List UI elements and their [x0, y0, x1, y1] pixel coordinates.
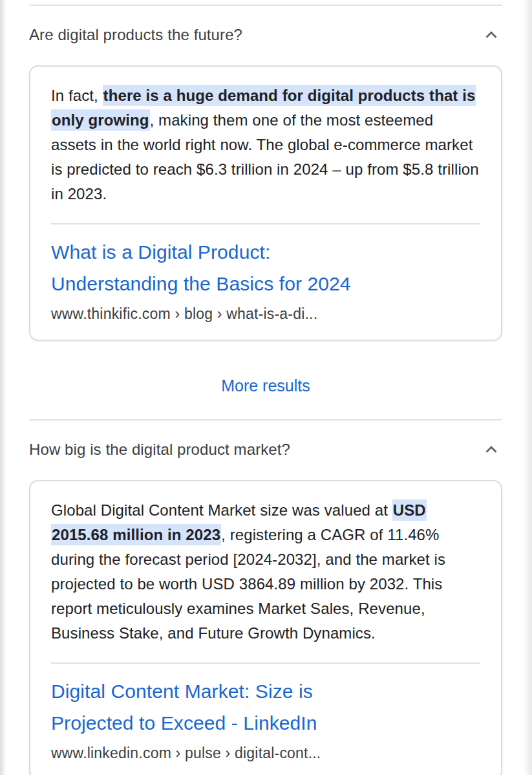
people-also-ask-section: Are digital products the future? In fact… — [0, 5, 532, 775]
question-row-2[interactable]: How big is the digital product market? — [29, 439, 502, 461]
result-url: www.thinkific.com › blog › what-is-a-di.… — [51, 303, 480, 324]
screen-edge-left — [0, 0, 6, 775]
answer-card-2: Global Digital Content Market size was v… — [29, 480, 502, 775]
paa-item-2: How big is the digital product market? G… — [29, 439, 502, 775]
snippet-text: In fact, — [51, 87, 103, 104]
chevron-up-icon[interactable] — [480, 439, 502, 461]
question-label: How big is the digital product market? — [29, 440, 290, 459]
result-link[interactable]: Digital Content Market: Size isProjected… — [51, 675, 480, 739]
snippet-text: Global Digital Content Market size was v… — [51, 501, 392, 519]
result-link-line: Digital Content Market: Size is — [51, 675, 480, 707]
question-label: Are digital products the future? — [29, 25, 242, 45]
result-link-line: What is a Digital Product: — [51, 236, 480, 268]
paa-item-1: Are digital products the future? In fact… — [29, 24, 502, 341]
answer-snippet: In fact, there is a huge demand for digi… — [51, 83, 480, 206]
card-divider — [51, 223, 480, 224]
screen-edge-right — [522, 0, 532, 775]
more-results-link[interactable]: More results — [29, 376, 502, 395]
section-divider — [29, 419, 502, 420]
question-row-1[interactable]: Are digital products the future? — [29, 24, 502, 46]
result-link-line: Projected to Exceed - LinkedIn — [51, 707, 480, 739]
answer-card-1: In fact, there is a huge demand for digi… — [29, 65, 502, 341]
result-link-line: Understanding the Basics for 2024 — [51, 268, 480, 300]
chevron-up-icon[interactable] — [480, 24, 502, 46]
result-link[interactable]: What is a Digital Product:Understanding … — [51, 236, 480, 300]
section-divider — [29, 5, 502, 6]
card-divider — [51, 662, 480, 664]
answer-snippet: Global Digital Content Market size was v… — [51, 498, 480, 646]
result-url: www.linkedin.com › pulse › digital-cont.… — [51, 743, 480, 763]
